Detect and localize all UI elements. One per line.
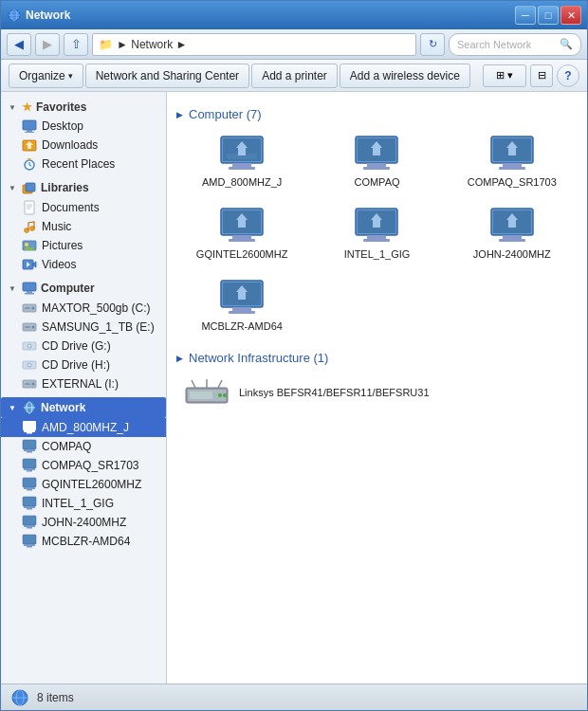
forward-button[interactable]: ▶ bbox=[35, 33, 60, 56]
nav-item-mcblzr[interactable]: MCBLZR-AMD64 bbox=[1, 532, 166, 551]
computer-grid: AMD_800MHZ_J COMPAQ bbox=[176, 127, 578, 339]
network-section-label: Network Infrastructure (1) bbox=[189, 351, 328, 365]
linksys-label: Linksys BEFSR41/BEFSR11/BEFSRU31 bbox=[239, 387, 430, 398]
nav-item-desktop[interactable]: Desktop bbox=[1, 117, 166, 136]
john2400-monitor-icon bbox=[489, 207, 535, 245]
compaq-sr1703-name: COMPAQ_SR1703 bbox=[468, 176, 557, 188]
maxtor-drive-icon bbox=[22, 301, 37, 316]
path-folder-icon: 📁 bbox=[99, 38, 113, 51]
svg-rect-98 bbox=[503, 235, 522, 239]
minimize-button[interactable]: ─ bbox=[515, 6, 536, 25]
intel1gig-monitor-icon bbox=[354, 207, 399, 245]
status-globe-icon bbox=[10, 688, 29, 707]
nav-item-videos[interactable]: Videos bbox=[1, 255, 166, 274]
svg-rect-65 bbox=[24, 525, 35, 527]
compaq-monitor-icon bbox=[354, 135, 399, 173]
refresh-button[interactable]: ↻ bbox=[420, 33, 445, 56]
svg-rect-99 bbox=[499, 239, 525, 242]
svg-rect-15 bbox=[26, 183, 35, 191]
svg-rect-89 bbox=[229, 239, 255, 242]
svg-rect-67 bbox=[23, 535, 36, 544]
computer-item-compaq-sr1703[interactable]: COMPAQ_SR1703 bbox=[447, 127, 578, 195]
intel1gig-label: INTEL_1_GIG bbox=[42, 497, 114, 510]
svg-rect-53 bbox=[24, 449, 35, 451]
nav-item-documents[interactable]: Documents bbox=[1, 198, 166, 217]
nav-item-amd800[interactable]: AMD_800MHZ_J bbox=[1, 418, 166, 437]
svg-rect-30 bbox=[25, 293, 34, 295]
svg-rect-56 bbox=[24, 468, 35, 470]
close-button[interactable]: ✕ bbox=[560, 6, 581, 25]
compaq-name: COMPAQ bbox=[354, 176, 399, 188]
window-icon bbox=[7, 8, 22, 23]
nav-item-samsung[interactable]: SAMSUNG_1_TB (E:) bbox=[1, 318, 166, 337]
svg-rect-68 bbox=[24, 544, 35, 546]
address-path[interactable]: 📁 ► Network ► bbox=[92, 33, 416, 56]
svg-rect-16 bbox=[25, 201, 34, 214]
favorites-star-icon: ★ bbox=[22, 100, 32, 114]
svg-rect-55 bbox=[23, 459, 36, 468]
window-controls: ─ □ ✕ bbox=[515, 6, 581, 25]
view-options-button[interactable]: ⊞ ▾ bbox=[483, 64, 526, 87]
nav-item-music[interactable]: Music bbox=[1, 217, 166, 236]
svg-rect-93 bbox=[367, 235, 386, 239]
add-wireless-button[interactable]: Add a wireless device bbox=[340, 64, 470, 88]
maximize-button[interactable]: □ bbox=[538, 6, 559, 25]
computer-label: Computer bbox=[41, 282, 95, 295]
nav-item-john2400[interactable]: JOHN-2400MHZ bbox=[1, 513, 166, 532]
nav-item-gqintel[interactable]: GQINTEL2600MHZ bbox=[1, 475, 166, 494]
organize-button[interactable]: Organize ▾ bbox=[9, 64, 83, 88]
computer-item-compaq[interactable]: COMPAQ bbox=[311, 127, 442, 195]
nav-item-pictures[interactable]: Pictures bbox=[1, 236, 166, 255]
nav-item-cdh[interactable]: CD Drive (H:) bbox=[1, 356, 166, 374]
nav-item-compaq-sr1703[interactable]: COMPAQ_SR1703 bbox=[1, 456, 166, 475]
nav-item-intel1gig[interactable]: INTEL_1_GIG bbox=[1, 494, 166, 513]
svg-rect-49 bbox=[23, 421, 36, 430]
nav-item-compaq[interactable]: COMPAQ bbox=[1, 437, 166, 456]
downloads-icon bbox=[22, 137, 37, 153]
nav-item-maxtor[interactable]: MAXTOR_500gb (C:) bbox=[1, 299, 166, 318]
libraries-header[interactable]: ▼ Libraries bbox=[1, 177, 166, 198]
nav-item-external[interactable]: EXTERNAL (I:) bbox=[1, 374, 166, 393]
downloads-label: Downloads bbox=[42, 138, 98, 152]
nav-item-downloads[interactable]: Downloads bbox=[1, 136, 166, 155]
svg-rect-64 bbox=[23, 516, 36, 525]
music-label: Music bbox=[42, 220, 71, 233]
network-arrow-icon: ▼ bbox=[9, 404, 18, 412]
svg-rect-62 bbox=[24, 506, 35, 508]
network-device-linksys[interactable]: Linksys BEFSR41/BEFSR11/BEFSRU31 bbox=[176, 371, 578, 414]
samsung-label: SAMSUNG_1_TB (E:) bbox=[42, 320, 155, 334]
gqintel-monitor-icon bbox=[219, 207, 265, 245]
router-icon bbox=[184, 378, 230, 407]
network-header[interactable]: ▼ Network bbox=[1, 397, 166, 418]
svg-rect-29 bbox=[27, 291, 32, 293]
favorites-header[interactable]: ▼ ★ Favorites bbox=[1, 98, 166, 117]
svg-rect-36 bbox=[25, 326, 30, 328]
toolbar: Organize ▾ Network and Sharing Center Ad… bbox=[1, 60, 587, 92]
nav-item-cdg[interactable]: CD Drive (G:) bbox=[1, 337, 166, 356]
content-pane: Computer (7) AMD_800MHZ_J bbox=[167, 92, 587, 684]
svg-rect-69 bbox=[27, 546, 32, 548]
svg-rect-5 bbox=[23, 120, 36, 130]
help-button[interactable]: ? bbox=[557, 64, 579, 87]
add-printer-button[interactable]: Add a printer bbox=[251, 64, 338, 88]
search-box[interactable]: Search Network 🔍 bbox=[449, 33, 581, 56]
pane-toggle-button[interactable]: ⊟ bbox=[530, 64, 553, 87]
computer-header[interactable]: ▼ Computer bbox=[1, 278, 166, 299]
computer-item-mcblzr[interactable]: MCBLZR-AMD64 bbox=[176, 271, 307, 339]
computer-item-intel1gig[interactable]: INTEL_1_GIG bbox=[311, 199, 442, 267]
samsung-drive-icon bbox=[22, 319, 37, 335]
computer-item-gqintel[interactable]: GQINTEL2600MHZ bbox=[176, 199, 307, 267]
up-button[interactable]: ⇧ bbox=[64, 33, 88, 56]
svg-point-32 bbox=[32, 307, 35, 310]
computer-item-john2400[interactable]: JOHN-2400MHZ bbox=[447, 199, 578, 267]
compaq-icon bbox=[22, 439, 37, 454]
john2400-label: JOHN-2400MHZ bbox=[42, 516, 126, 529]
svg-rect-33 bbox=[25, 307, 30, 309]
john2400-name: JOHN-2400MHZ bbox=[473, 248, 551, 260]
nav-item-recent[interactable]: Recent Places bbox=[1, 155, 166, 173]
maxtor-label: MAXTOR_500gb (C:) bbox=[42, 301, 151, 315]
back-button[interactable]: ◀ bbox=[7, 33, 31, 56]
svg-rect-50 bbox=[24, 430, 35, 432]
network-sharing-button[interactable]: Network and Sharing Center bbox=[85, 64, 249, 88]
computer-item-amd800[interactable]: AMD_800MHZ_J bbox=[176, 127, 307, 195]
